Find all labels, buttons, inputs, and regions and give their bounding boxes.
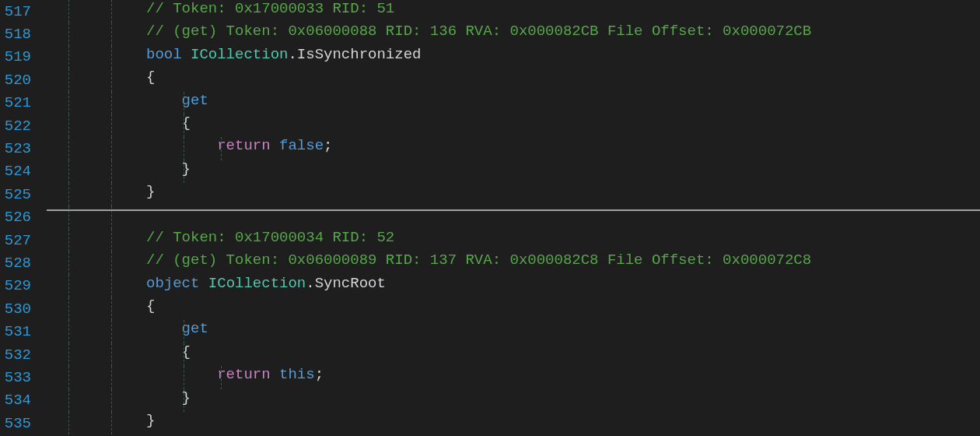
code-cell: get [146,92,980,114]
token-punct: { [146,69,155,86]
code-text: return this; [146,366,324,383]
token-kw-type: get [146,92,208,109]
code-text: bool ICollection.IsSynchronized [146,46,421,63]
outer-indent-guides [45,412,146,434]
code-cell: { [146,69,980,91]
line-number: 520 [0,72,45,89]
line-number: 535 [0,415,45,432]
indent-guide [184,160,184,183]
outer-indent-guides [45,251,146,274]
code-line[interactable]: 523 return false; [0,137,980,160]
token-punct: ; [324,137,332,154]
outer-indent-guides [45,183,146,206]
token-punct [146,137,217,154]
token-punct [271,137,279,154]
code-line[interactable]: 522 { [0,114,980,137]
code-line[interactable]: 533 return this; [0,366,980,389]
line-number: 527 [0,232,45,249]
code-line[interactable]: 518// (get) Token: 0x06000088 RID: 136 R… [0,23,980,45]
code-cell: { [146,114,980,137]
token-comment: // Token: 0x17000033 RID: 51 [146,0,394,17]
line-number: 522 [0,118,45,135]
code-cell: // (get) Token: 0x06000088 RID: 136 RVA:… [146,23,980,45]
code-line[interactable]: 520{ [0,69,980,91]
token-punct: . [306,275,314,292]
token-comment: // (get) Token: 0x06000088 RID: 136 RVA:… [146,23,811,40]
code-line[interactable]: 534 } [0,389,980,412]
line-number: 524 [0,163,45,180]
outer-indent-guides [45,160,146,183]
token-kw-flow: return [217,366,270,383]
line-number: 528 [0,255,45,272]
indent-guide [221,366,222,389]
code-text: object ICollection.SyncRoot [146,275,386,292]
code-line[interactable]: 531 get [0,320,980,343]
code-line[interactable]: 535} [0,412,980,434]
code-text: get [146,320,208,337]
outer-indent-guides [45,69,146,91]
outer-indent-guides [45,275,146,297]
token-punct: { [146,297,155,315]
line-number: 526 [0,209,45,226]
line-number: 523 [0,140,45,157]
line-number: 517 [0,3,45,20]
code-cell: bool ICollection.IsSynchronized [146,46,980,69]
token-punct [182,46,191,63]
line-number: 529 [0,277,45,294]
code-text: // (get) Token: 0x06000089 RID: 137 RVA:… [146,251,811,269]
line-number: 519 [0,48,45,65]
code-text: { [146,69,155,86]
code-editor[interactable]: 517// Token: 0x17000033 RID: 51518// (ge… [0,0,980,436]
indent-guide [184,137,184,160]
outer-indent-guides [45,320,146,343]
code-cell: } [146,412,980,434]
token-type: ICollection [191,46,288,63]
code-line[interactable]: 517// Token: 0x17000033 RID: 51 [0,0,980,23]
code-line[interactable]: 521 get [0,92,980,114]
code-line[interactable]: 527// Token: 0x17000034 RID: 52 [0,229,980,251]
outer-indent-guides [45,389,146,412]
token-kw-lit: false [279,137,324,154]
outer-indent-guides [45,137,146,160]
code-line[interactable]: 532 { [0,343,980,366]
code-text: get [146,92,208,109]
code-cell: } [146,183,980,206]
code-text: return false; [146,137,332,154]
token-punct: } [146,412,155,429]
indent-guide [184,389,184,412]
outer-indent-guides [45,343,146,366]
token-member: SyncRoot [315,275,386,292]
code-line[interactable]: 524 } [0,160,980,183]
token-kw-type: get [146,320,208,337]
outer-indent-guides [45,366,146,389]
code-line[interactable]: 525} [0,183,980,206]
indent-guide [221,137,222,160]
line-number: 534 [0,392,45,409]
indent-guide [184,114,184,137]
outer-indent-guides [45,46,146,69]
indent-guide [184,320,184,343]
code-text: // Token: 0x17000033 RID: 51 [146,0,394,17]
code-cell: // Token: 0x17000033 RID: 51 [146,0,980,23]
token-type: ICollection [208,275,306,292]
token-comment: // Token: 0x17000034 RID: 52 [146,229,394,246]
code-text: // Token: 0x17000034 RID: 52 [146,229,394,246]
code-line[interactable]: 529object ICollection.SyncRoot [0,275,980,297]
token-punct [271,366,279,383]
line-number: 521 [0,94,45,111]
code-line[interactable]: 530{ [0,297,980,320]
line-number: 518 [0,26,45,43]
token-kw-type: bool [146,46,182,63]
code-cell: object ICollection.SyncRoot [146,275,980,297]
outer-indent-guides [45,92,146,114]
token-this: this [279,366,315,383]
code-cell: // Token: 0x17000034 RID: 52 [146,229,980,251]
code-line[interactable]: 519bool ICollection.IsSynchronized [0,46,980,69]
code-text: } [146,412,155,429]
code-line[interactable]: 528// (get) Token: 0x06000089 RID: 137 R… [0,251,980,274]
line-number: 530 [0,301,45,318]
code-cell: { [146,297,980,320]
outer-indent-guides [45,229,146,251]
token-member: IsSynchronized [297,46,422,63]
token-punct: } [146,183,155,200]
